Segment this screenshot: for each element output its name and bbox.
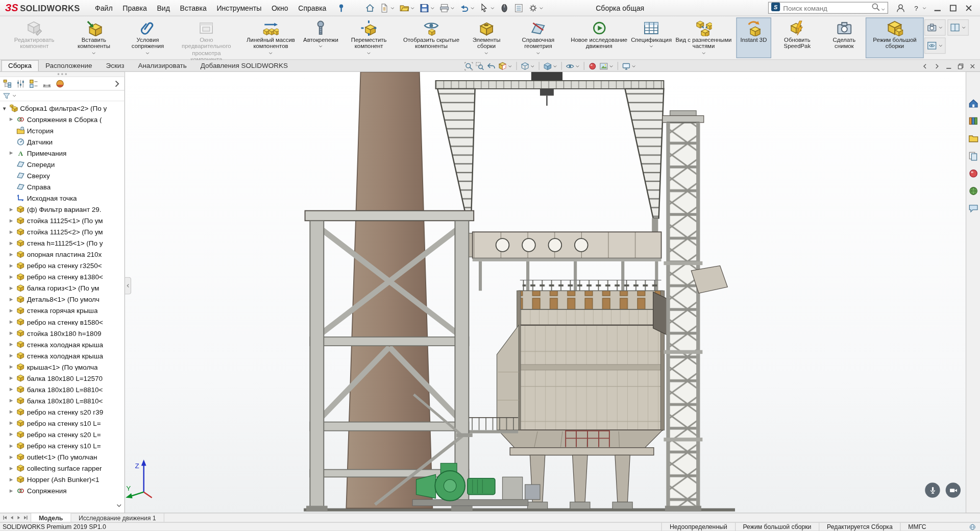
last-tab-button[interactable] xyxy=(22,515,29,521)
tree-item[interactable]: ▶ребро на стенку в1580< xyxy=(0,317,125,328)
expand-arrow-icon[interactable]: ▶ xyxy=(8,207,14,212)
tree-item[interactable]: ▶outlet<1> (По умолчан xyxy=(0,451,125,463)
ribbon-move-component-button[interactable]: Переместить компонент xyxy=(339,17,399,58)
camera-record-button[interactable] xyxy=(946,482,961,497)
tree-item[interactable]: ▶ребро на стенку s20 L= xyxy=(0,429,125,440)
expand-arrow-icon[interactable]: ▶ xyxy=(8,252,14,257)
tree-item[interactable]: ▶стенка холодная крыша xyxy=(0,350,125,361)
tree-item[interactable]: Датчики xyxy=(0,136,125,148)
expand-arrow-icon[interactable]: ▶ xyxy=(8,466,14,471)
ribbon-update-speedpak-button[interactable]: Обновить SpeedPak xyxy=(772,17,823,58)
tree-item[interactable]: ▶крыша<1> (По умолча xyxy=(0,361,125,373)
expand-arrow-icon[interactable]: ▶ xyxy=(8,353,14,358)
tree-item[interactable]: ▶ребро на стенку s20 г39 xyxy=(0,406,125,418)
zoom-fit-button[interactable] xyxy=(464,61,474,71)
help-button[interactable]: ? xyxy=(910,2,928,14)
user-button[interactable] xyxy=(894,2,906,14)
expand-arrow-icon[interactable]: ▶ xyxy=(8,376,14,381)
minimize-doc-button[interactable] xyxy=(945,61,952,73)
expand-arrow-icon[interactable]: ▶ xyxy=(8,151,14,156)
next-window-button[interactable] xyxy=(933,61,941,73)
panel-collapse-handle[interactable] xyxy=(125,277,131,294)
tree-item[interactable]: ▶опорная пластина 210х xyxy=(0,249,125,260)
tab-assembly[interactable]: Сборка xyxy=(1,60,38,71)
tab-sketch[interactable]: Эскиз xyxy=(99,60,131,71)
expand-arrow-icon[interactable]: ▶ xyxy=(8,409,14,415)
collapse-arrow-icon[interactable]: ▼ xyxy=(1,105,7,111)
menu-file[interactable]: Файл xyxy=(90,1,117,15)
design-library-tab[interactable] xyxy=(968,116,978,127)
tree-item[interactable]: ▶Hopper (Ash Bunker)<1 xyxy=(0,474,125,485)
tree-item[interactable]: ▶Сопряжения в Сборка ( xyxy=(0,114,125,125)
menu-view[interactable]: Вид xyxy=(152,1,175,15)
expand-arrow-icon[interactable]: ▶ xyxy=(8,286,14,291)
tree-item[interactable]: ▶балка 180x180 L=8810< xyxy=(0,395,125,406)
previous-window-button[interactable] xyxy=(921,61,929,73)
chimney[interactable] xyxy=(346,72,432,509)
model-view[interactable]: Z Y xyxy=(125,72,964,513)
expand-arrow-icon[interactable]: ▶ xyxy=(8,342,14,347)
visibility-pane-button[interactable] xyxy=(924,37,946,54)
previous-view-button[interactable] xyxy=(486,61,497,71)
tree-scroll-down-button[interactable] xyxy=(116,500,122,512)
ribbon-new-motion-study-button[interactable]: Новое исследование движения xyxy=(567,17,631,58)
walkway[interactable] xyxy=(465,418,518,433)
tab-evaluate[interactable]: Анализировать xyxy=(131,60,193,71)
expand-arrow-icon[interactable]: ▶ xyxy=(8,308,14,313)
ribbon-smart-fasteners-button[interactable]: Автокрепежи xyxy=(303,17,338,58)
command-search-input[interactable] xyxy=(783,4,868,12)
displaymanager-tab[interactable] xyxy=(55,78,66,89)
pin-menu-button[interactable] xyxy=(336,3,347,13)
tree-item[interactable]: ▶ребро на стенку в1380< xyxy=(0,271,125,282)
close-button[interactable] xyxy=(963,2,975,14)
command-search[interactable]: S xyxy=(768,2,888,14)
file-explorer-tab[interactable] xyxy=(968,133,978,144)
forum-tab[interactable] xyxy=(968,203,978,214)
menu-tools[interactable]: Инструменты xyxy=(212,1,266,15)
ribbon-instant3d-button[interactable]: Instant 3D xyxy=(736,17,771,58)
tree-item[interactable]: ▶балка 180x180 L=12570 xyxy=(0,373,125,384)
options-gear-button[interactable] xyxy=(527,2,546,14)
expand-arrow-icon[interactable]: ▶ xyxy=(8,365,14,370)
expand-arrow-icon[interactable]: ▶ xyxy=(8,320,14,325)
configurationmanager-tab[interactable] xyxy=(28,78,39,89)
tree-item[interactable]: ▶стенка горячая крыша xyxy=(0,305,125,317)
expand-arrow-icon[interactable]: ▶ xyxy=(8,454,14,460)
expand-arrow-icon[interactable]: ▶ xyxy=(8,117,14,122)
task-list-button[interactable] xyxy=(512,2,525,14)
search-icons[interactable] xyxy=(871,2,886,14)
display-pane-button[interactable] xyxy=(947,19,969,36)
ribbon-reference-geometry-button[interactable]: Справочная геометрия xyxy=(510,17,567,58)
expand-panel-button[interactable] xyxy=(111,78,122,89)
esp-filter[interactable] xyxy=(497,280,671,509)
tree-item[interactable]: Исходная точка xyxy=(0,192,125,204)
tree-filter-row[interactable] xyxy=(0,91,125,102)
section-view-button[interactable] xyxy=(498,61,513,71)
expand-arrow-icon[interactable]: ▶ xyxy=(8,297,14,302)
undo-button[interactable] xyxy=(458,2,477,14)
ribbon-linear-component-pattern-button[interactable]: Линейный массив компонентов xyxy=(239,17,303,58)
expand-arrow-icon[interactable]: ▶ xyxy=(8,387,14,392)
doc-tab-model[interactable]: Модель xyxy=(31,513,71,522)
edit-appearance-button[interactable] xyxy=(587,61,598,71)
ribbon-bill-of-materials-button[interactable]: Спецификация xyxy=(631,17,671,58)
save-button[interactable] xyxy=(418,2,436,14)
ribbon-assembly-features-button[interactable]: Элементы сборки xyxy=(464,17,509,58)
tree-item[interactable]: Спереди xyxy=(0,159,125,170)
tree-item[interactable]: ▶(ф) Фильтр вариант 29. xyxy=(0,204,125,215)
expand-arrow-icon[interactable]: ▶ xyxy=(8,263,14,269)
prev-tab-button[interactable] xyxy=(9,515,15,521)
print-button[interactable] xyxy=(438,2,457,14)
expand-arrow-icon[interactable]: ▶ xyxy=(8,443,14,448)
first-tab-button[interactable] xyxy=(2,515,8,521)
tree-item[interactable]: ▶балка гориз<1> (По ум xyxy=(0,282,125,294)
expand-arrow-icon[interactable]: ▶ xyxy=(8,398,14,403)
select-button[interactable] xyxy=(478,2,497,14)
ribbon-exploded-view-button[interactable]: Вид с разнесенными частями xyxy=(672,17,736,58)
featuremanager-tab[interactable] xyxy=(2,78,13,89)
tree-root-item[interactable]: ▼Сборка1 фильтра<2> (По у xyxy=(0,103,125,114)
microphone-button[interactable] xyxy=(925,482,940,497)
expand-arrow-icon[interactable]: ▶ xyxy=(8,432,14,437)
graphics-viewport[interactable]: Z Y xyxy=(125,72,966,513)
appearances-tab[interactable] xyxy=(968,168,978,179)
